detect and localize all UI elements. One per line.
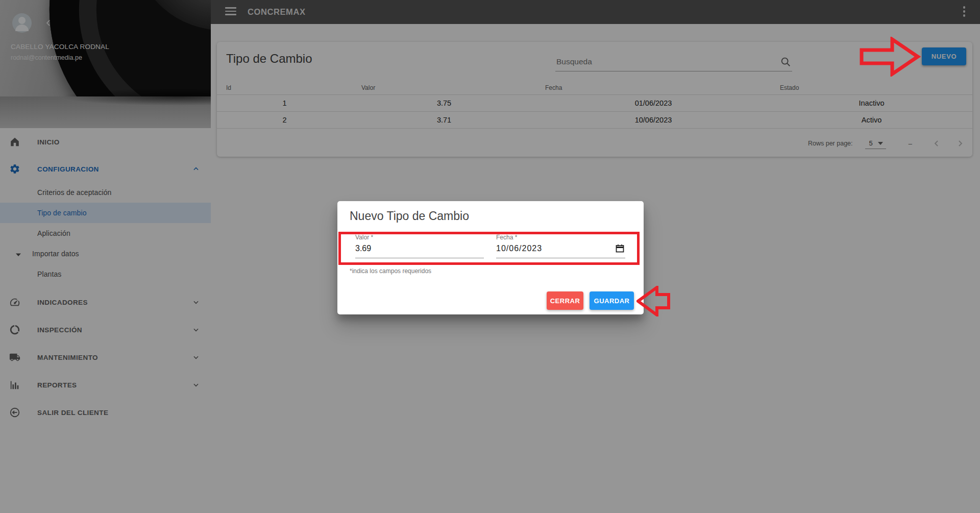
fecha-label: Fecha * bbox=[496, 234, 625, 241]
valor-field: Valor * bbox=[355, 234, 484, 258]
dialog-title: Nuevo Tipo de Cambio bbox=[350, 209, 469, 223]
nuevo-tipo-de-cambio-dialog: Nuevo Tipo de Cambio Valor * Fecha * *in… bbox=[337, 201, 644, 314]
valor-label: Valor * bbox=[355, 234, 484, 241]
required-fields-helper: *indica los campos requeridos bbox=[350, 267, 431, 275]
calendar-icon[interactable] bbox=[616, 244, 624, 253]
app: CABELLO YACOLCA RODNAL rodnal@contentmed… bbox=[0, 0, 980, 513]
valor-input[interactable] bbox=[355, 241, 484, 258]
fecha-field: Fecha * bbox=[496, 234, 625, 258]
guardar-button[interactable]: GUARDAR bbox=[590, 291, 634, 310]
fecha-input[interactable] bbox=[496, 241, 625, 258]
cerrar-button[interactable]: CERRAR bbox=[547, 291, 583, 310]
dialog-actions: CERRAR GUARDAR bbox=[547, 291, 634, 310]
